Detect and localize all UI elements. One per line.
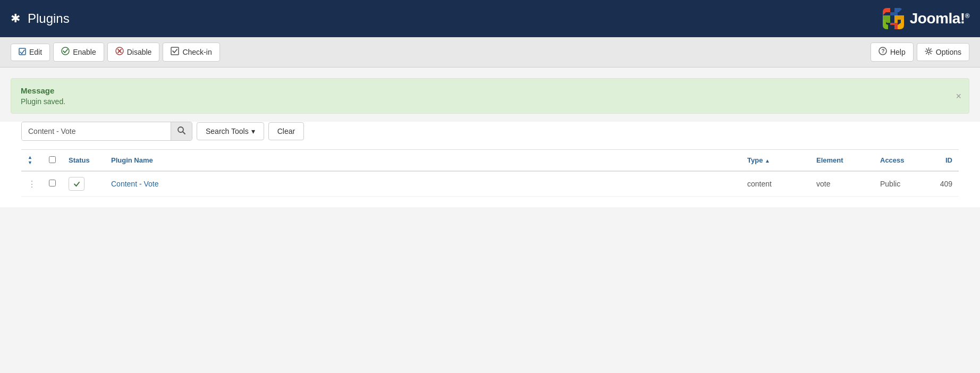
- svg-point-8: [927, 50, 930, 53]
- access-value: Public: [880, 180, 900, 188]
- toolbar-left: Edit Enable Disable: [11, 43, 220, 62]
- enable-icon: [61, 47, 70, 57]
- col-header-type[interactable]: Type: [741, 150, 810, 172]
- page-header: ✱ Plugins Joomla!®: [0, 0, 980, 37]
- help-button[interactable]: ? Help: [871, 43, 914, 62]
- type-col-label: Type: [747, 156, 763, 164]
- enable-button[interactable]: Enable: [53, 43, 104, 62]
- row-checkbox[interactable]: [49, 180, 56, 186]
- name-col-label: Plugin Name: [111, 156, 153, 164]
- col-header-access[interactable]: Access: [874, 150, 927, 172]
- access-cell: Public: [874, 171, 927, 197]
- select-all-checkbox[interactable]: [49, 156, 56, 163]
- enable-label: Enable: [73, 48, 96, 56]
- options-button[interactable]: Options: [917, 43, 969, 61]
- message-text: Plugin saved.: [21, 97, 948, 106]
- col-header-name[interactable]: Plugin Name: [105, 150, 741, 172]
- id-col-label: ID: [945, 156, 952, 164]
- search-tools-button[interactable]: Search Tools ▾: [197, 122, 264, 140]
- options-label: Options: [936, 48, 961, 56]
- joomla-logo-icon: [881, 6, 906, 31]
- type-value: content: [747, 180, 772, 188]
- search-tools-label: Search Tools: [206, 127, 249, 135]
- checkin-button[interactable]: Check-in: [163, 43, 219, 62]
- toolbar-right: ? Help Options: [871, 43, 969, 62]
- plugin-icon: ✱: [11, 12, 20, 26]
- search-icon: [178, 126, 185, 134]
- toolbar: Edit Enable Disable: [0, 37, 980, 67]
- checkin-label: Check-in: [182, 48, 212, 56]
- disable-label: Disable: [127, 48, 152, 56]
- svg-rect-0: [19, 48, 26, 55]
- disable-icon: [115, 47, 124, 57]
- status-enabled-icon[interactable]: [69, 177, 85, 191]
- drag-handle-icon[interactable]: ⋮: [28, 180, 36, 189]
- order-down-icon[interactable]: ▼: [28, 160, 36, 165]
- header-left: ✱ Plugins: [11, 11, 70, 26]
- search-input-wrap: [21, 122, 192, 141]
- col-header-order[interactable]: ▲ ▼: [21, 150, 43, 172]
- search-bar: Search Tools ▾ Clear: [11, 122, 969, 149]
- search-tools-arrow-icon: ▾: [251, 127, 255, 135]
- plugins-table: ▲ ▼ Status Plugin Name Type: [21, 149, 959, 197]
- search-submit-button[interactable]: [171, 122, 192, 140]
- help-icon: ?: [878, 47, 887, 57]
- col-header-status[interactable]: Status: [62, 150, 105, 172]
- search-input[interactable]: [22, 123, 171, 140]
- col-header-id[interactable]: ID: [927, 150, 959, 172]
- status-col-label: Status: [69, 156, 90, 164]
- col-header-element[interactable]: Element: [810, 150, 874, 172]
- plugin-name-link[interactable]: Content - Vote: [111, 180, 159, 188]
- message-title: Message: [21, 86, 948, 95]
- content-area: Search Tools ▾ Clear ▲ ▼: [0, 122, 980, 207]
- checkin-icon: [171, 47, 179, 57]
- joomla-logo-text: Joomla!®: [910, 10, 969, 27]
- message-close-button[interactable]: ×: [956, 91, 961, 101]
- disable-button[interactable]: Disable: [107, 43, 160, 62]
- clear-label: Clear: [277, 127, 295, 135]
- element-col-label: Element: [816, 156, 843, 164]
- order-up-icon[interactable]: ▲: [28, 155, 36, 160]
- element-cell: vote: [810, 171, 874, 197]
- edit-button[interactable]: Edit: [11, 44, 50, 61]
- options-icon: [925, 47, 933, 57]
- joomla-logo-sup: ®: [965, 12, 969, 20]
- id-value: 409: [940, 180, 952, 188]
- joomla-logo: Joomla!®: [881, 6, 969, 31]
- access-col-label: Access: [880, 156, 905, 164]
- table-row: ⋮ Content - Vote content vote: [21, 171, 959, 197]
- status-cell: [62, 171, 105, 197]
- clear-button[interactable]: Clear: [268, 122, 304, 140]
- help-label: Help: [890, 48, 906, 56]
- id-cell: 409: [927, 171, 959, 197]
- svg-line-10: [183, 132, 185, 134]
- page-title: Plugins: [28, 11, 70, 26]
- drag-cell: ⋮: [21, 171, 43, 197]
- element-value: vote: [816, 180, 830, 188]
- svg-text:?: ?: [881, 48, 884, 54]
- message-box: Message Plugin saved. ×: [11, 78, 969, 114]
- type-cell: content: [741, 171, 810, 197]
- check-cell: [43, 171, 62, 197]
- table-wrap: ▲ ▼ Status Plugin Name Type: [11, 149, 969, 207]
- edit-label: Edit: [29, 48, 42, 56]
- name-cell: Content - Vote: [105, 171, 741, 197]
- table-header-row: ▲ ▼ Status Plugin Name Type: [21, 150, 959, 172]
- col-header-check[interactable]: [43, 150, 62, 172]
- edit-icon: [19, 48, 26, 57]
